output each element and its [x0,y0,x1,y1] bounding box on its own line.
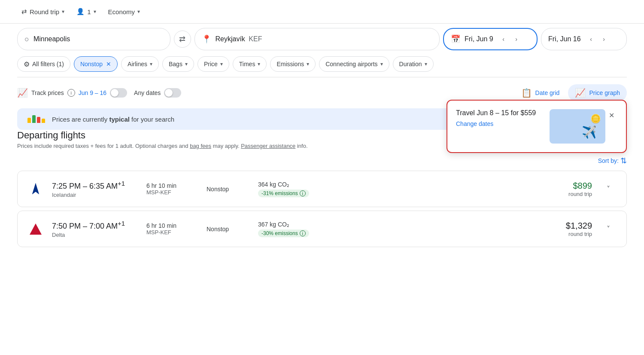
flight-emissions: 367 kg CO₂ -30% emissions i [258,221,327,237]
passengers-selector[interactable]: 👤 1 ▾ [72,5,100,18]
nonstop-close-icon[interactable]: ✕ [106,61,111,67]
all-filters-label: All filters (1) [32,61,64,67]
filter-bar: ⚙ All filters (1) Nonstop ✕ Airlines ▾ B… [0,55,644,77]
passengers-chevron: ▾ [94,9,96,15]
any-dates-toggle[interactable] [164,88,181,98]
top-bar: ⇄ Round trip ▾ 👤 1 ▾ Economy ▾ [0,0,644,24]
passenger-assistance-link[interactable]: Passenger assistance [241,143,295,149]
flight-row[interactable]: 7:50 PM – 7:00 AM+1 Delta 6 hr 10 min MS… [17,211,627,247]
destination-input[interactable]: 📍 Reykjavík KEF [194,28,440,50]
times-filter-button[interactable]: Times ▾ [233,56,267,72]
flight-duration: 6 hr 10 min MSP-KEF [146,182,198,196]
sliders-icon: ⚙ [24,60,30,68]
price-filter-button[interactable]: Price ▾ [197,56,229,72]
flight-airline-name: Delta [52,232,138,238]
flight-time-value: 7:25 PM – 6:35 AM+1 [52,180,138,191]
flight-price-value: $899 [568,181,592,191]
track-prices-item: 📈 Track prices i Jun 9 – 16 [17,88,127,98]
svg-marker-2 [36,183,39,194]
bag-fees-link[interactable]: bag fees [190,143,211,149]
track-prices-label: Track prices [31,89,64,96]
date-grid-label: Date grid [535,89,560,96]
person-icon: 👤 [76,8,85,15]
sort-bar: Sort by: ⇅ [17,156,627,165]
connecting-airports-chevron: ▾ [380,61,383,67]
airlines-chevron: ▾ [150,61,152,67]
card-title: Travel Jun 8 – 15 for $559 [456,109,550,117]
card-coin-icon: 🪙 [590,113,601,124]
card-text: Travel Jun 8 – 15 for $559 Change dates [456,109,550,127]
any-dates-item: Any dates [134,88,181,98]
price-chevron: ▾ [220,61,223,67]
swap-button[interactable]: ⇄ [174,31,191,48]
flight-emissions: 364 kg CO₂ -31% emissions i [258,181,327,197]
change-dates-link[interactable]: Change dates [456,120,550,127]
trip-type-selector[interactable]: ⇄ Round trip ▾ [17,5,69,18]
bags-chevron: ▾ [185,61,188,67]
bags-label: Bags [169,61,182,67]
emissions-label: Emissions [276,61,304,67]
cabin-chevron: ▾ [137,9,140,15]
price-label: Price [204,61,218,67]
flight-price-sub: round trip [568,191,592,197]
bags-filter-button[interactable]: Bags ▾ [162,56,194,72]
emissions-filter-button[interactable]: Emissions ▾ [270,56,316,72]
emissions-badge-text: -30% emissions [261,230,298,236]
return-date-value: Fri, Jun 16 [548,35,581,43]
depart-date-input[interactable]: 📅 Fri, Jun 9 ‹ › [443,28,538,50]
trip-type-icon: ⇄ [21,8,27,15]
flight-price: $1,329 round trip [566,221,592,237]
origin-input[interactable]: ○ Minneapolis [17,28,170,50]
depart-next-btn[interactable]: › [510,33,522,45]
times-chevron: ▾ [258,61,260,67]
duration-filter-button[interactable]: Duration ▾ [393,56,434,72]
search-bar: ○ Minneapolis ⇄ 📍 Reykjavík KEF 📅 Fri, J… [0,24,644,55]
passengers-label: 1 [87,8,91,15]
depart-date-nav: ‹ › [498,33,522,45]
flight-price-sub: round trip [566,231,592,237]
price-tip-highlight: typical [109,116,130,123]
nonstop-label: Nonstop [80,61,103,67]
price-graph-button[interactable]: 📈 Price graph [568,84,627,101]
cabin-selector[interactable]: Economy ▾ [104,6,145,18]
nonstop-filter-button[interactable]: Nonstop ✕ [74,56,118,72]
flight-airline-name: Icelandair [52,192,138,198]
flight-price-value: $1,329 [566,221,592,231]
flight-stops: Nonstop [207,226,249,233]
return-date-nav: ‹ › [585,33,610,45]
flight-expand-button[interactable]: ˅ [601,181,616,197]
sort-icon[interactable]: ⇅ [620,156,627,165]
svg-marker-3 [30,223,42,235]
duration-label: Duration [399,61,422,67]
depart-prev-btn[interactable]: ‹ [498,33,510,45]
track-prices-toggle[interactable] [110,88,127,98]
return-prev-btn[interactable]: ‹ [585,33,597,45]
price-graph-icon: 📈 [575,88,586,98]
flight-route-value: MSP-KEF [146,189,198,196]
flight-row[interactable]: 7:25 PM – 6:35 AM+1 Icelandair 6 hr 10 m… [17,171,627,207]
all-filters-button[interactable]: ⚙ All filters (1) [17,56,70,72]
flight-time-value: 7:50 PM – 7:00 AM+1 [52,220,138,231]
flight-duration: 6 hr 10 min MSP-KEF [146,222,198,236]
destination-value: Reykjavík KEF [216,35,262,43]
flight-expand-button[interactable]: ˅ [601,221,616,237]
card-close-button[interactable]: ✕ [605,109,617,121]
connecting-airports-filter-button[interactable]: Connecting airports ▾ [319,56,389,72]
track-prices-info-icon[interactable]: i [67,89,75,97]
emissions-value: 364 kg CO₂ [258,181,327,188]
date-grid-button[interactable]: 📋 Date grid [514,84,567,101]
return-next-btn[interactable]: › [598,33,610,45]
flight-stops-value: Nonstop [207,226,229,233]
date-grid-icon: 📋 [521,88,532,98]
card-title-text: Travel Jun 8 – 15 for $559 [456,109,536,116]
return-date-input[interactable]: Fri, Jun 16 ‹ › [541,28,627,50]
airlines-filter-button[interactable]: Airlines ▾ [121,56,159,72]
suggestion-card: Travel Jun 8 – 15 for $559 Change dates … [447,100,627,153]
trip-type-chevron: ▾ [62,9,64,15]
main-content: Prices are currently typical for your se… [0,108,644,130]
emissions-info-icon[interactable]: i [300,190,306,196]
card-illustration: ✈️ 🪙 [550,109,605,144]
card-map-bg: ✈️ 🪙 [550,109,605,144]
emissions-info-icon[interactable]: i [300,230,306,236]
flight-stops-value: Nonstop [207,186,229,193]
